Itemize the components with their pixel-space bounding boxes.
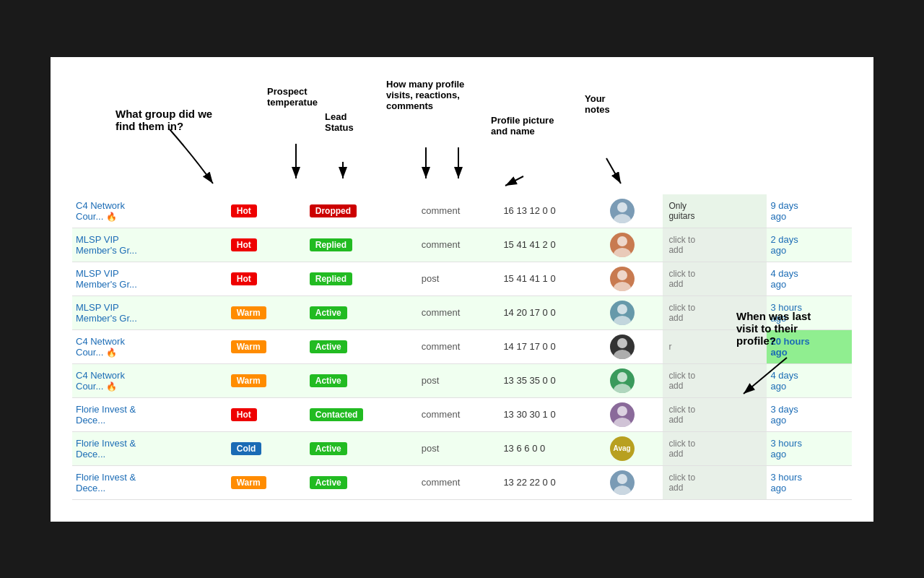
temp-badge: Hot xyxy=(231,238,257,251)
group-cell[interactable]: MLSP VIPMember's Gr... xyxy=(72,296,227,329)
interaction-cell: post xyxy=(418,431,500,465)
group-cell[interactable]: MLSP VIPMember's Gr... xyxy=(72,262,227,296)
table-row: C4 NetworkCour... 🔥 Warm Active post13 3… xyxy=(72,363,852,397)
group-link[interactable]: C4 NetworkCour... 🔥 xyxy=(76,370,125,392)
group-link[interactable]: C4 NetworkCour... 🔥 xyxy=(76,200,125,222)
interaction-cell: comment xyxy=(418,465,500,499)
stats-cell: 13 35 35 0 0 xyxy=(500,363,606,397)
group-link[interactable]: MLSP VIPMember's Gr... xyxy=(76,268,137,290)
temp-badge: Warm xyxy=(231,374,266,387)
avatar-cell[interactable] xyxy=(606,228,663,262)
temp-badge: Warm xyxy=(231,306,266,319)
group-cell[interactable]: C4 NetworkCour... 🔥 xyxy=(72,363,227,397)
status-badge: Active xyxy=(310,442,347,455)
group-cell[interactable]: MLSP VIPMember's Gr... xyxy=(72,228,227,262)
group-link[interactable]: MLSP VIPMember's Gr... xyxy=(76,302,137,324)
status-badge: Active xyxy=(310,306,347,319)
annotations-area: What group did wefind them in? Prospectt… xyxy=(72,72,852,187)
svg-point-15 xyxy=(614,418,631,427)
status-badge: Active xyxy=(310,476,347,489)
notes-cell[interactable]: click toadd xyxy=(663,397,766,431)
svg-point-17 xyxy=(614,486,631,495)
temp-badge: Hot xyxy=(231,272,257,285)
visits-annotation: How many profilevisits, reactions,commen… xyxy=(386,79,464,111)
temp-badge: Cold xyxy=(231,442,262,455)
group-link[interactable]: MLSP VIPMember's Gr... xyxy=(76,234,137,256)
group-cell[interactable]: Florie Invest &Dece... xyxy=(72,465,227,499)
temp-badge: Hot xyxy=(231,204,257,217)
table-row: C4 NetworkCour... 🔥 Warm Active comment1… xyxy=(72,329,852,363)
prospects-table: C4 NetworkCour... 🔥 Hot Dropped comment1… xyxy=(72,194,852,500)
notes-cell[interactable]: click toadd xyxy=(663,465,766,499)
svg-point-16 xyxy=(617,474,627,484)
svg-point-14 xyxy=(617,406,627,416)
avatar-cell[interactable] xyxy=(606,465,663,499)
status-annotation: LeadStatus xyxy=(325,111,354,133)
group-link[interactable]: Florie Invest &Dece... xyxy=(76,438,136,460)
stats-cell: 15 41 41 1 0 xyxy=(500,262,606,296)
svg-point-2 xyxy=(617,202,627,212)
temp-annotation: Prospecttemperatue xyxy=(267,86,318,108)
notes-cell[interactable]: click toadd xyxy=(663,431,766,465)
stats-cell: 14 20 17 0 0 xyxy=(500,296,606,329)
group-cell[interactable]: C4 NetworkCour... 🔥 xyxy=(72,194,227,228)
table-row: Florie Invest &Dece... Hot Contacted com… xyxy=(72,397,852,431)
last-visit-annotation: When was lastvisit to theirprofile? xyxy=(736,310,852,400)
time-cell: 2 daysago xyxy=(767,228,852,262)
status-cell: Replied xyxy=(306,262,418,296)
notes-cell[interactable]: click toadd xyxy=(663,262,766,296)
temp-cell: Cold xyxy=(227,431,306,465)
time-cell: 9 daysago xyxy=(767,194,852,228)
avatar-cell[interactable] xyxy=(606,397,663,431)
group-link[interactable]: Florie Invest &Dece... xyxy=(76,472,136,493)
avatar-cell[interactable] xyxy=(606,363,663,397)
group-cell[interactable]: Florie Invest &Dece... xyxy=(72,431,227,465)
svg-point-12 xyxy=(617,372,627,382)
group-annotation: What group did wefind them in? xyxy=(116,108,212,132)
status-cell: Replied xyxy=(306,228,418,262)
temp-cell: Hot xyxy=(227,194,306,228)
stats-cell: 15 41 41 2 0 xyxy=(500,228,606,262)
profile-annotation: Profile pictureand name xyxy=(491,115,554,137)
group-link[interactable]: C4 NetworkCour... 🔥 xyxy=(76,336,125,358)
notes-cell[interactable]: click toadd xyxy=(663,228,766,262)
temp-cell: Warm xyxy=(227,329,306,363)
table-row: MLSP VIPMember's Gr... Hot Replied post1… xyxy=(72,262,852,296)
notes-annotation: Yournotes xyxy=(585,93,610,115)
avatar-cell[interactable] xyxy=(606,262,663,296)
temp-cell: Hot xyxy=(227,262,306,296)
group-cell[interactable]: C4 NetworkCour... 🔥 xyxy=(72,329,227,363)
temp-cell: Warm xyxy=(227,363,306,397)
table-row: MLSP VIPMember's Gr... Hot Replied comme… xyxy=(72,228,852,262)
svg-point-9 xyxy=(614,316,631,325)
svg-point-4 xyxy=(617,236,627,246)
svg-point-7 xyxy=(614,282,631,291)
status-cell: Contacted xyxy=(306,397,418,431)
data-table-wrapper: C4 NetworkCour... 🔥 Hot Dropped comment1… xyxy=(72,194,852,500)
temp-badge: Warm xyxy=(231,476,266,489)
temp-cell: Hot xyxy=(227,397,306,431)
temp-cell: Warm xyxy=(227,465,306,499)
status-cell: Active xyxy=(306,431,418,465)
avatar-cell[interactable] xyxy=(606,296,663,329)
status-badge: Active xyxy=(310,340,347,353)
svg-point-13 xyxy=(614,384,631,393)
svg-point-10 xyxy=(617,338,627,348)
notes-cell[interactable]: Onlyguitars xyxy=(663,194,766,228)
table-row: MLSP VIPMember's Gr... Warm Active comme… xyxy=(72,296,852,329)
group-cell[interactable]: Florie Invest &Dece... xyxy=(72,397,227,431)
avatar-cell[interactable] xyxy=(606,194,663,228)
interaction-cell: post xyxy=(418,363,500,397)
table-row: Florie Invest &Dece... Warm Active comme… xyxy=(72,465,852,499)
status-cell: Dropped xyxy=(306,194,418,228)
avatar-cell[interactable]: Avag xyxy=(606,431,663,465)
stats-cell: 13 6 6 0 0 xyxy=(500,431,606,465)
temp-badge: Hot xyxy=(231,408,257,421)
status-cell: Active xyxy=(306,465,418,499)
status-cell: Active xyxy=(306,329,418,363)
stats-cell: 13 22 22 0 0 xyxy=(500,465,606,499)
avatar-cell[interactable] xyxy=(606,329,663,363)
group-link[interactable]: Florie Invest &Dece... xyxy=(76,404,136,426)
status-cell: Active xyxy=(306,296,418,329)
interaction-cell: comment xyxy=(418,194,500,228)
